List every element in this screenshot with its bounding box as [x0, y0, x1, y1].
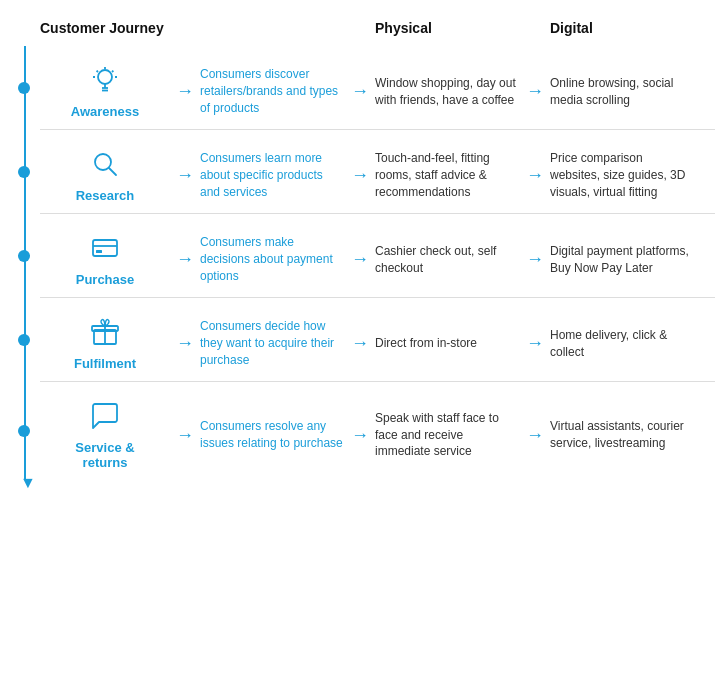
arrow-to-digital-awareness: →: [526, 81, 544, 102]
svg-point-0: [98, 70, 112, 84]
page: Customer Journey Physical Digital Awaren…: [0, 0, 725, 500]
timeline: Awareness → Consumers discover retailers…: [10, 46, 715, 480]
arrow-to-physical-research: →: [351, 165, 369, 186]
stage-col-research: Research: [40, 148, 170, 203]
journey-row-awareness: Awareness → Consumers discover retailers…: [40, 46, 715, 130]
dot-fulfilment: [18, 334, 30, 346]
arrow-to-digital-service: →: [526, 425, 544, 446]
stage-label-service: Service &returns: [75, 440, 134, 470]
stage-label-purchase: Purchase: [76, 272, 135, 287]
journey-row-fulfilment: Fulfilment → Consumers decide how they w…: [40, 298, 715, 382]
svg-rect-13: [96, 250, 102, 253]
search-icon: [89, 148, 121, 184]
arrow-to-desc-fulfilment: →: [176, 333, 194, 354]
physical-col-purchase: Cashier check out, self checkout: [375, 243, 520, 277]
arrow-to-physical-service: →: [351, 425, 369, 446]
dot-purchase: [18, 250, 30, 262]
journey-row-research: Research → Consumers learn more about sp…: [40, 130, 715, 214]
stage-col-purchase: Purchase: [40, 232, 170, 287]
stage-label-awareness: Awareness: [71, 104, 139, 119]
journey-row-service: Service &returns → Consumers resolve any…: [40, 382, 715, 480]
physical-col-fulfilment: Direct from in-store: [375, 335, 520, 352]
stage-label-fulfilment: Fulfilment: [74, 356, 136, 371]
arrow-to-physical-awareness: →: [351, 81, 369, 102]
arrow-to-desc-service: →: [176, 425, 194, 446]
digital-col-fulfilment: Home delivery, click & collect: [550, 327, 695, 361]
header-digital: Digital: [550, 20, 695, 36]
chat-icon: [89, 400, 121, 436]
arrow-to-desc-research: →: [176, 165, 194, 186]
svg-rect-11: [93, 240, 117, 256]
desc-col-service: Consumers resolve any issues relating to…: [200, 418, 345, 452]
arrow-to-digital-purchase: →: [526, 249, 544, 270]
physical-col-service: Speak with staff face to face and receiv…: [375, 410, 520, 460]
arrow-to-physical-fulfilment: →: [351, 333, 369, 354]
dot-service: [18, 425, 30, 437]
digital-col-purchase: Digital payment platforms, Buy Now Pay L…: [550, 243, 695, 277]
svg-line-6: [97, 71, 98, 72]
dot-awareness: [18, 82, 30, 94]
digital-col-research: Price comparison websites, size guides, …: [550, 150, 695, 200]
arrow-to-desc-purchase: →: [176, 249, 194, 270]
arrow-to-physical-purchase: →: [351, 249, 369, 270]
digital-col-awareness: Online browsing, social media scrolling: [550, 75, 695, 109]
desc-col-research: Consumers learn more about specific prod…: [200, 150, 345, 200]
stage-label-research: Research: [76, 188, 135, 203]
journey-row-purchase: Purchase → Consumers make decisions abou…: [40, 214, 715, 298]
digital-col-service: Virtual assistants, courier service, liv…: [550, 418, 695, 452]
header-journey: Customer Journey: [40, 20, 200, 36]
stage-col-awareness: Awareness: [40, 64, 170, 119]
physical-col-awareness: Window shopping, day out with friends, h…: [375, 75, 520, 109]
physical-col-research: Touch-and-feel, fitting rooms, staff adv…: [375, 150, 520, 200]
stage-col-fulfilment: Fulfilment: [40, 316, 170, 371]
arrow-to-desc-awareness: →: [176, 81, 194, 102]
arrow-to-digital-research: →: [526, 165, 544, 186]
svg-line-10: [109, 168, 116, 175]
header-physical: Physical: [375, 20, 520, 36]
gift-icon: [89, 316, 121, 352]
card-icon: [89, 232, 121, 268]
arrow-down-icon: ▼: [20, 474, 36, 492]
desc-col-awareness: Consumers discover retailers/brands and …: [200, 66, 345, 116]
desc-col-purchase: Consumers make decisions about payment o…: [200, 234, 345, 284]
desc-col-fulfilment: Consumers decide how they want to acquir…: [200, 318, 345, 368]
stage-col-service: Service &returns: [40, 400, 170, 470]
svg-line-5: [112, 71, 113, 72]
header-row: Customer Journey Physical Digital: [10, 20, 715, 36]
lightbulb-icon: [89, 64, 121, 100]
vertical-line: [24, 46, 26, 480]
dot-research: [18, 166, 30, 178]
arrow-to-digital-fulfilment: →: [526, 333, 544, 354]
